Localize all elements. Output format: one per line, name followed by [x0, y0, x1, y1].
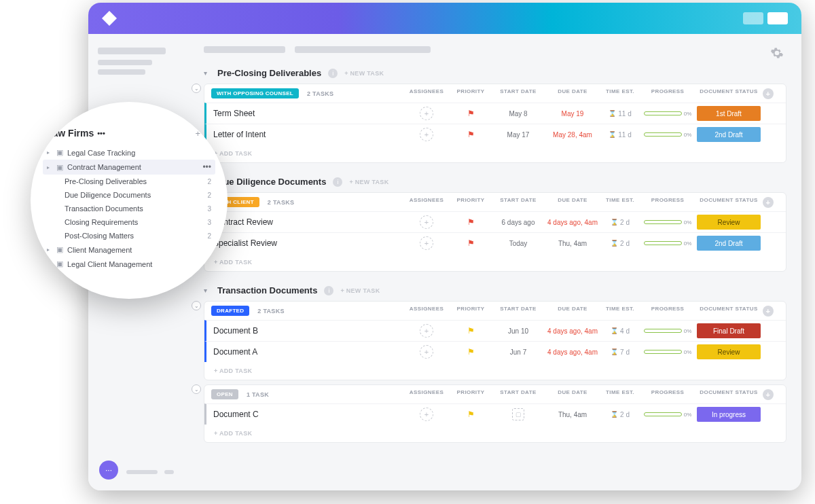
status-badge[interactable]: WITH OPPOSING COUNSEL: [211, 88, 299, 98]
task-row[interactable]: Term Sheet + ⚑ May 8 May 19 ⌛11 d 0% 1st…: [204, 103, 786, 124]
startdate-cell[interactable]: Today: [491, 240, 545, 247]
docstatus-cell[interactable]: Review: [695, 215, 763, 230]
section-title[interactable]: Transaction Documents: [217, 285, 317, 295]
progress-bar: [644, 241, 682, 245]
assignee-cell[interactable]: +: [403, 236, 450, 250]
timeest-cell[interactable]: ⌛2 d: [600, 240, 640, 247]
priority-cell[interactable]: ⚑: [450, 130, 491, 139]
progress-cell[interactable]: 0%: [640, 219, 695, 226]
chevron-down-icon[interactable]: ▾: [204, 70, 211, 77]
assignee-cell[interactable]: +: [403, 408, 450, 421]
task-row[interactable]: Specialist Review + ⚑ Today Thu, 4am ⌛2 …: [204, 232, 786, 253]
new-task-button[interactable]: + NEW TASK: [344, 70, 384, 77]
sidebar-sub-item[interactable]: Pre-Closing Deliverables2: [43, 175, 215, 188]
new-task-button[interactable]: + NEW TASK: [340, 287, 380, 294]
timeest-cell[interactable]: ⌛2 d: [600, 219, 640, 226]
duedate-cell[interactable]: Thu, 4am: [545, 411, 600, 418]
progress-cell[interactable]: 0%: [640, 111, 695, 117]
timeest-cell[interactable]: ⌛4 d: [600, 327, 640, 335]
workspace-title[interactable]: Law Firms •••: [47, 128, 105, 139]
docstatus-cell[interactable]: 2nd Draft: [695, 236, 763, 251]
docstatus-cell[interactable]: 2nd Draft: [695, 127, 763, 142]
add-column[interactable]: +: [763, 389, 779, 400]
info-icon[interactable]: i: [333, 177, 342, 187]
startdate-cell[interactable]: May 8: [491, 110, 545, 118]
assignee-cell[interactable]: +: [403, 107, 450, 120]
duedate-cell[interactable]: 4 days ago, 4am: [545, 327, 600, 335]
startdate-cell[interactable]: ▢: [491, 408, 545, 420]
more-icon[interactable]: •••: [202, 162, 211, 172]
duedate-cell[interactable]: May 28, 4am: [545, 131, 600, 139]
add-column[interactable]: +: [763, 197, 779, 208]
priority-cell[interactable]: ⚑: [450, 347, 491, 357]
duedate-cell[interactable]: 4 days ago, 4am: [545, 219, 600, 226]
assignee-cell[interactable]: +: [403, 215, 450, 229]
skeleton-line: [98, 60, 152, 65]
startdate-cell[interactable]: May 17: [491, 131, 545, 139]
progress-cell[interactable]: 0%: [640, 240, 695, 247]
assignee-cell[interactable]: +: [403, 345, 450, 359]
sidebar-item[interactable]: ▸▣Legal Case Tracking: [43, 145, 215, 160]
priority-cell[interactable]: ⚑: [450, 410, 491, 419]
task-row[interactable]: Letter of Intent + ⚑ May 17 May 28, 4am …: [204, 124, 786, 145]
progress-cell[interactable]: 0%: [640, 132, 695, 138]
collapse-group-icon[interactable]: ⌄: [192, 301, 201, 310]
section-title[interactable]: Due Diligence Documents: [217, 177, 326, 187]
sidebar-item[interactable]: ▸▣Client Management: [43, 242, 215, 257]
task-row[interactable]: Contract Review + ⚑ 6 days ago 4 days ag…: [204, 211, 786, 232]
add-task-button[interactable]: + ADD TASK: [204, 253, 786, 271]
task-row[interactable]: Document C + ⚑ ▢ Thu, 4am ⌛2 d 0% In pro…: [204, 403, 786, 425]
docstatus-cell[interactable]: In progress: [695, 407, 763, 422]
gear-icon[interactable]: [770, 46, 784, 60]
duedate-cell[interactable]: Thu, 4am: [545, 240, 600, 247]
sidebar-sub-item[interactable]: Due Diligence Documents2: [43, 188, 215, 202]
new-task-button[interactable]: + NEW TASK: [349, 179, 388, 185]
progress-cell[interactable]: 0%: [640, 328, 695, 334]
add-task-button[interactable]: + ADD TASK: [204, 362, 786, 380]
window-max-button[interactable]: [767, 12, 788, 24]
timeest-cell[interactable]: ⌛2 d: [600, 411, 640, 418]
status-badge[interactable]: OPEN: [211, 389, 238, 399]
timeest-cell[interactable]: ⌛7 d: [600, 348, 640, 356]
duedate-cell[interactable]: May 19: [545, 110, 600, 118]
info-icon[interactable]: i: [328, 69, 338, 78]
docstatus-cell[interactable]: Final Draft: [695, 323, 763, 338]
sidebar-item[interactable]: ▸▣Legal Client Management: [43, 257, 215, 271]
info-icon[interactable]: i: [324, 286, 333, 295]
add-task-button[interactable]: + ADD TASK: [204, 425, 786, 442]
add-task-button[interactable]: + ADD TASK: [204, 145, 786, 162]
collapse-group-icon[interactable]: ⌄: [192, 384, 201, 394]
timeest-cell[interactable]: ⌛11 d: [600, 110, 640, 118]
task-row[interactable]: Document A + ⚑ Jun 7 4 days ago, 4am ⌛7 …: [204, 341, 786, 362]
assignee-cell[interactable]: +: [403, 324, 450, 338]
priority-cell[interactable]: ⚑: [450, 326, 491, 336]
priority-cell[interactable]: ⚑: [450, 217, 491, 227]
collapse-group-icon[interactable]: ⌄: [192, 84, 201, 93]
startdate-cell[interactable]: Jun 7: [491, 348, 545, 356]
assignee-cell[interactable]: +: [403, 128, 450, 141]
calendar-icon[interactable]: ▢: [512, 408, 524, 420]
add-column[interactable]: +: [763, 306, 779, 317]
priority-cell[interactable]: ⚑: [450, 109, 491, 118]
progress-cell[interactable]: 0%: [640, 412, 695, 418]
sidebar-sub-item[interactable]: Closing Requirements3: [43, 215, 215, 229]
sidebar-item[interactable]: ▸▣Contract Management•••: [43, 160, 215, 175]
priority-cell[interactable]: ⚑: [450, 238, 491, 248]
docstatus-cell[interactable]: 1st Draft: [695, 106, 763, 121]
section-title[interactable]: Pre-Closing Deliverables: [217, 68, 321, 78]
window-min-button[interactable]: [743, 12, 763, 24]
status-badge[interactable]: DRAFTED: [211, 306, 249, 316]
duedate-cell[interactable]: 4 days ago, 4am: [545, 348, 600, 356]
progress-cell[interactable]: 0%: [640, 349, 695, 355]
timeest-cell[interactable]: ⌛11 d: [600, 131, 640, 139]
sidebar-sub-item[interactable]: Post-Closing Matters2: [43, 229, 215, 242]
task-row[interactable]: Document B + ⚑ Jun 10 4 days ago, 4am ⌛4…: [204, 320, 786, 341]
sidebar-sub-item[interactable]: Transaction Documents3: [43, 202, 215, 215]
startdate-cell[interactable]: Jun 10: [491, 327, 545, 335]
chevron-down-icon[interactable]: ▾: [204, 287, 211, 294]
chat-icon[interactable]: ···: [99, 461, 118, 480]
docstatus-cell[interactable]: Review: [695, 344, 763, 359]
startdate-cell[interactable]: 6 days ago: [491, 219, 545, 226]
add-column[interactable]: +: [763, 88, 779, 99]
more-icon[interactable]: •••: [97, 129, 105, 137]
